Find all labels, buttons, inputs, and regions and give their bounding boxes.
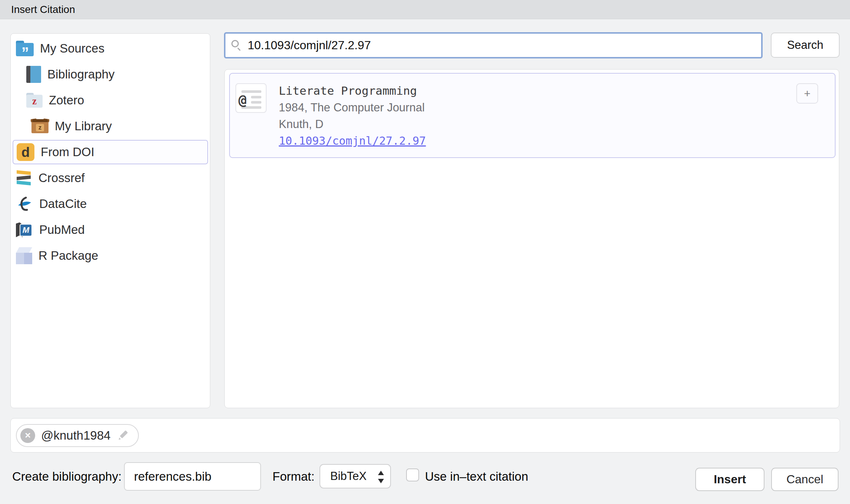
sidebar-item-label: Bibliography: [47, 67, 115, 81]
sidebar-item-datacite[interactable]: DataCite: [11, 191, 210, 217]
r-package-icon: [16, 247, 32, 264]
from-doi-icon: d: [17, 143, 34, 161]
my-sources-icon: ”: [16, 41, 34, 56]
zotero-icon: z: [26, 93, 43, 108]
dialog-titlebar: Insert Citation: [0, 0, 850, 19]
add-citation-button[interactable]: +: [796, 83, 818, 104]
format-select[interactable]: BibTeX: [319, 464, 391, 488]
sidebar-item-label: DataCite: [39, 197, 87, 211]
citation-result-card[interactable]: @ Literate Programming 1984, The Compute…: [229, 73, 836, 158]
sidebar-item-from-doi[interactable]: d From DOI: [13, 140, 208, 164]
cancel-button[interactable]: Cancel: [771, 468, 839, 491]
edit-citation-icon[interactable]: [117, 429, 129, 442]
search-input[interactable]: [248, 38, 761, 52]
sources-sidebar: ” My Sources Bibliography z Zotero z My …: [10, 33, 210, 408]
sidebar-item-label: Crossref: [39, 171, 85, 185]
remove-citation-icon[interactable]: ✕: [20, 428, 35, 443]
citation-title: Literate Programming: [279, 83, 426, 99]
sidebar-item-label: My Library: [55, 119, 112, 133]
datacite-icon: [16, 195, 33, 212]
pubmed-icon: M: [16, 222, 33, 238]
sidebar-item-crossref[interactable]: Crossref: [11, 165, 210, 191]
sidebar-item-bibliography[interactable]: Bibliography: [11, 61, 210, 87]
citation-doi-link[interactable]: 10.1093/comjnl/27.2.97: [279, 132, 426, 149]
search-button[interactable]: Search: [771, 33, 840, 58]
citation-byline: 1984, The Computer Journal: [279, 99, 426, 116]
sidebar-item-zotero[interactable]: z Zotero: [11, 87, 210, 113]
bibliography-icon: [26, 66, 41, 83]
citation-tag[interactable]: ✕ @knuth1984: [16, 424, 139, 447]
sidebar-item-label: My Sources: [40, 41, 104, 56]
citation-tag-id: @knuth1984: [41, 429, 111, 443]
search-icon: [231, 40, 242, 51]
sidebar-item-label: From DOI: [41, 145, 94, 159]
create-bibliography-label: Create bibliography:: [12, 469, 121, 484]
sidebar-item-label: PubMed: [39, 223, 85, 237]
sidebar-item-label: Zotero: [49, 93, 84, 107]
use-intext-citation-checkbox[interactable]: [406, 468, 419, 481]
citation-entry-icon: @: [235, 83, 267, 113]
insert-button[interactable]: Insert: [695, 468, 764, 491]
format-select-value: BibTeX: [330, 470, 367, 483]
selected-citations-bar: ✕ @knuth1984: [10, 418, 840, 453]
bibliography-file-input[interactable]: [124, 462, 261, 491]
sidebar-item-my-library[interactable]: z My Library: [11, 113, 210, 139]
my-library-icon: z: [31, 119, 48, 133]
sidebar-item-my-sources[interactable]: ” My Sources: [11, 36, 210, 61]
insert-citation-dialog: Insert Citation ” My Sources Bibliograph…: [0, 0, 850, 504]
sidebar-item-label: R Package: [39, 249, 98, 263]
citation-author: Knuth, D: [279, 116, 426, 132]
dialog-title: Insert Citation: [0, 4, 75, 16]
sidebar-item-r-package[interactable]: R Package: [11, 243, 210, 269]
crossref-icon: [16, 169, 32, 187]
results-panel: @ Literate Programming 1984, The Compute…: [224, 69, 839, 408]
citation-details: Literate Programming 1984, The Computer …: [279, 83, 426, 149]
sidebar-item-pubmed[interactable]: M PubMed: [11, 217, 210, 243]
select-arrows-icon: [378, 470, 384, 484]
doi-search-field: [224, 32, 763, 58]
format-label: Format:: [272, 469, 315, 484]
use-intext-citation-label[interactable]: Use in–text citation: [425, 469, 528, 484]
